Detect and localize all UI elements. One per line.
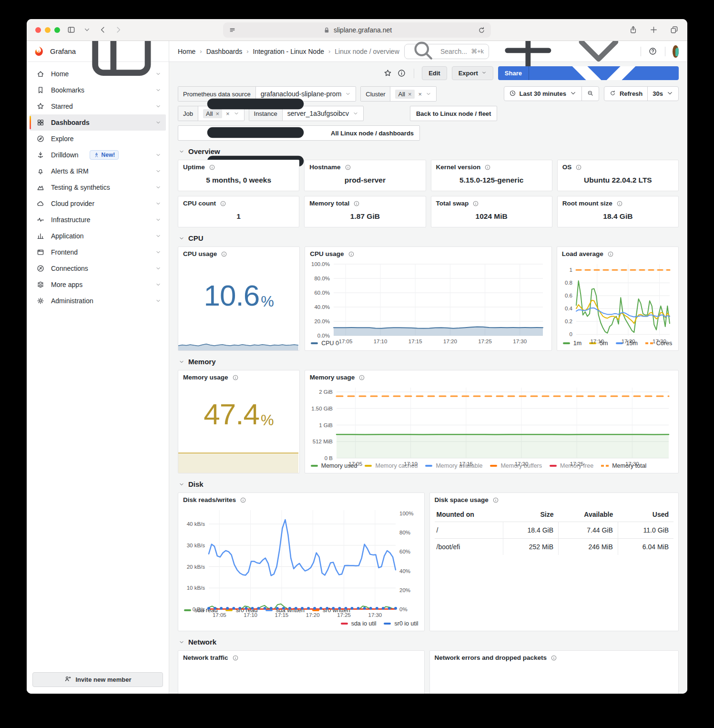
chevron-down-icon[interactable] <box>155 233 161 239</box>
table-header-cell[interactable]: Used <box>618 507 673 522</box>
section-network[interactable]: Network <box>179 638 679 646</box>
minimize-window-button[interactable] <box>45 27 51 33</box>
back-to-fleet-button[interactable]: Back to Linux node / fleet <box>410 106 497 121</box>
chevron-down-icon[interactable] <box>155 298 161 304</box>
info-icon[interactable] <box>232 655 239 661</box>
sidebar-item-bookmarks[interactable]: Bookmarks <box>30 82 166 98</box>
search-input[interactable]: Search... ⌘+k <box>404 44 489 59</box>
sidebar-item-explore[interactable]: Explore <box>30 131 166 147</box>
invite-new-member-button[interactable]: Invite new member <box>32 672 163 687</box>
new-tab-icon[interactable] <box>649 25 658 34</box>
refresh-interval-picker[interactable]: 30s <box>647 87 678 101</box>
sidebar-item-cloud-provider[interactable]: Cloud provider <box>30 195 166 212</box>
help-icon[interactable] <box>648 47 657 56</box>
disk-reads-writes-chart[interactable]: 0 B/s10 kB/s20 kB/s30 kB/s40 kB/s0%20%40… <box>182 506 420 605</box>
time-range-picker[interactable]: Last 30 minutes <box>504 87 581 101</box>
table-header-cell[interactable]: Available <box>559 507 618 522</box>
info-icon[interactable] <box>551 655 557 661</box>
forward-icon[interactable] <box>114 25 123 34</box>
table-row[interactable]: /boot/efi252 MiB246 MiB6.04 MiB <box>435 539 674 555</box>
sidebar-item-testing-synthetics[interactable]: Testing & synthetics <box>30 179 166 195</box>
memory-usage-chart[interactable]: 0 B512 MiB1 GiB1.50 GiB2 GiB17:0517:1017… <box>309 384 674 461</box>
table-header-cell[interactable]: Mounted on <box>435 507 503 522</box>
breadcrumb-item[interactable]: Dashboards <box>206 48 243 55</box>
chevron-down-icon[interactable] <box>155 282 161 287</box>
sidebar-item-connections[interactable]: Connections <box>30 260 166 277</box>
chevron-down-icon[interactable] <box>155 87 161 93</box>
address-bar[interactable]: sliplane.grafana.net <box>223 22 491 38</box>
info-icon[interactable] <box>575 164 582 171</box>
section-cpu[interactable]: CPU <box>179 234 679 242</box>
info-icon[interactable] <box>221 251 227 257</box>
cpu-usage-chart[interactable]: 0.0%20.0%40.0%60.0%80.0%100.0%17:0517:10… <box>309 260 548 338</box>
info-icon[interactable] <box>353 200 360 207</box>
info-icon[interactable] <box>348 251 355 257</box>
info-icon[interactable] <box>232 374 239 381</box>
sidebar-item-starred[interactable]: Starred <box>30 98 166 114</box>
info-icon[interactable] <box>220 200 226 207</box>
chevron-down-icon[interactable] <box>155 71 161 77</box>
reload-icon[interactable] <box>477 26 486 35</box>
browser-sidebar-icon[interactable] <box>67 25 76 34</box>
chevron-down-icon[interactable] <box>155 168 161 174</box>
tabs-overview-icon[interactable] <box>670 25 679 34</box>
refresh-button[interactable]: Refresh <box>604 87 647 101</box>
grafana-logo[interactable] <box>33 46 45 57</box>
remove-value-icon[interactable]: × <box>408 91 412 98</box>
export-button[interactable]: Export <box>452 66 493 80</box>
info-icon[interactable] <box>240 497 246 503</box>
legend-item[interactable]: sda io util <box>341 620 377 627</box>
chevron-down-icon[interactable] <box>155 201 161 206</box>
chevron-down-icon[interactable] <box>155 120 161 125</box>
close-window-button[interactable] <box>35 27 41 33</box>
edit-button[interactable]: Edit <box>422 66 447 80</box>
chevron-down-icon[interactable] <box>155 152 161 158</box>
sidebar-item-more-apps[interactable]: More apps <box>30 277 166 293</box>
dashboard-scroll-area[interactable]: Prometheus data source grafanacloud-slip… <box>169 82 687 694</box>
chevron-down-icon[interactable] <box>155 217 161 223</box>
section-memory[interactable]: Memory <box>179 358 679 366</box>
chevron-down-icon[interactable] <box>155 249 161 255</box>
dashboard-info-icon[interactable] <box>397 69 406 78</box>
breadcrumb-item[interactable]: Home <box>178 48 195 55</box>
sidebar-item-application[interactable]: Application <box>30 228 166 244</box>
chevron-down-icon[interactable] <box>155 185 161 190</box>
maximize-window-button[interactable] <box>54 27 60 33</box>
info-icon[interactable] <box>472 200 479 207</box>
info-icon[interactable] <box>616 200 623 207</box>
zoom-out-button[interactable] <box>581 87 599 101</box>
chevron-down-icon[interactable] <box>155 103 161 109</box>
sidebar-item-frontend[interactable]: Frontend <box>30 244 166 260</box>
share-button[interactable]: Share <box>498 66 679 80</box>
user-avatar[interactable] <box>673 45 679 58</box>
info-icon[interactable] <box>484 164 491 171</box>
share-page-icon[interactable] <box>629 25 638 34</box>
breadcrumb-item[interactable]: Integration - Linux Node <box>253 48 324 55</box>
info-icon[interactable] <box>607 251 614 257</box>
clear-icon[interactable]: × <box>418 91 422 98</box>
chevron-down-icon[interactable] <box>82 25 92 34</box>
sidebar-item-dashboards[interactable]: Dashboards <box>30 114 166 131</box>
sidebar-item-alerts-irm[interactable]: Alerts & IRM <box>30 163 166 179</box>
section-disk[interactable]: Disk <box>179 480 679 488</box>
sidebar-item-drilldown[interactable]: DrilldownNew! <box>30 147 166 163</box>
table-row[interactable]: /18.4 GiB7.44 GiB11.0 GiB <box>435 522 674 539</box>
all-dashboards-button[interactable]: All Linux node / dashboards <box>178 125 420 141</box>
sidebar-item-infrastructure[interactable]: Infrastructure <box>30 212 166 228</box>
info-icon[interactable] <box>358 374 365 381</box>
reader-icon[interactable] <box>228 26 237 35</box>
back-icon[interactable] <box>98 25 107 34</box>
stat-title: Uptime <box>183 164 205 171</box>
table-header-cell[interactable]: Size <box>503 507 558 522</box>
legend-item[interactable]: sr0 io util <box>384 620 418 627</box>
favorite-star-icon[interactable] <box>383 69 392 78</box>
sidebar-item-administration[interactable]: Administration <box>30 293 166 309</box>
load-average-chart[interactable]: 00.20.40.60.8117:1017:2017:30 <box>561 260 674 338</box>
cluster-value[interactable]: All× × <box>390 87 436 101</box>
chevron-down-icon[interactable] <box>155 266 161 271</box>
info-icon[interactable] <box>492 497 499 503</box>
info-icon[interactable] <box>345 164 351 171</box>
sidebar-item-home[interactable]: Home <box>30 66 166 82</box>
share-menu-chevron[interactable] <box>529 66 679 80</box>
info-icon[interactable] <box>209 164 215 171</box>
